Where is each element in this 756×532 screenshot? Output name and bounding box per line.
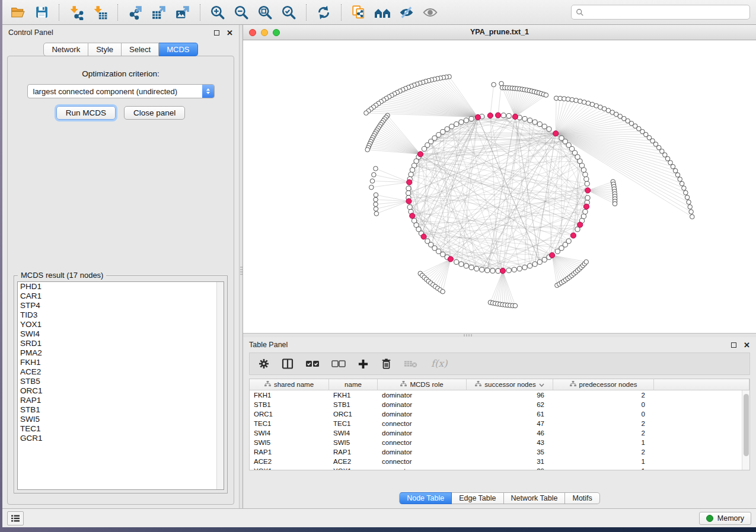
control-panel-title: Control Panel: [8, 28, 53, 37]
network-window-titlebar[interactable]: YPA_prune.txt_1: [243, 25, 756, 40]
memory-status-icon: [706, 515, 713, 522]
column-header-successor-nodes[interactable]: successor nodes: [467, 379, 553, 390]
column-header-MCDS-role[interactable]: MCDS role: [378, 379, 467, 390]
table-row[interactable]: SWI4SWI4dominator462: [250, 428, 742, 438]
table-cell: TEC1: [250, 419, 329, 428]
first-neighbors-icon[interactable]: [373, 3, 392, 22]
import-table-icon[interactable]: [91, 3, 110, 22]
tab-motifs[interactable]: Motifs: [565, 492, 599, 504]
float-panel-icon[interactable]: [214, 30, 219, 36]
table-row[interactable]: YOX1YOX1connector291: [250, 466, 742, 470]
mcds-result-item[interactable]: STB5: [18, 377, 224, 386]
table-row[interactable]: TEC1TEC1connector472: [250, 419, 742, 428]
tab-network[interactable]: Network: [43, 43, 88, 56]
network-from-selection-icon[interactable]: [349, 3, 368, 22]
table-scrollbar[interactable]: [742, 390, 749, 470]
export-image-icon[interactable]: [173, 3, 192, 22]
mcds-result-item[interactable]: STP4: [18, 301, 224, 310]
table-cell: connector: [378, 457, 467, 466]
search-box[interactable]: [571, 5, 750, 20]
memory-button[interactable]: Memory: [699, 512, 751, 525]
table-row[interactable]: RAP1RAP1dominator352: [250, 447, 742, 457]
column-header-predecessor-nodes[interactable]: predecessor nodes: [553, 379, 654, 390]
mcds-result-item[interactable]: YOX1: [18, 320, 224, 329]
close-panel-button[interactable]: Close panel: [124, 106, 185, 120]
mcds-result-item[interactable]: SWI4: [18, 329, 224, 339]
import-network-icon[interactable]: [67, 3, 86, 22]
float-panel-icon[interactable]: [731, 342, 736, 348]
column-visibility-icon[interactable]: [282, 358, 294, 370]
dropdown-stepper-icon: [202, 85, 214, 98]
network-view-canvas[interactable]: [243, 40, 756, 333]
show-all-icon[interactable]: [420, 3, 439, 22]
table-cell: STB1: [250, 400, 329, 409]
table-cell: 62: [467, 400, 553, 409]
mcds-result-scrollbar[interactable]: [216, 282, 224, 489]
mcds-result-list[interactable]: PHD1CAR1STP4TID3YOX1SWI4SRD1PMA2FKH1ACE2…: [17, 281, 224, 490]
node-table: shared namenameMCDS rolesuccessor nodesp…: [249, 379, 750, 470]
table-cell: 0: [553, 400, 654, 409]
mcds-result-item[interactable]: SRD1: [18, 339, 224, 348]
tab-style[interactable]: Style: [88, 43, 122, 56]
status-bar: Memory: [2, 508, 756, 527]
mcds-result-item[interactable]: RAP1: [18, 396, 224, 405]
select-all-rows-icon[interactable]: [305, 359, 320, 368]
table-row[interactable]: FKH1FKH1dominator962: [250, 390, 742, 400]
table-row[interactable]: STB1STB1dominator620: [250, 400, 742, 409]
apply-layout-icon[interactable]: [314, 3, 333, 22]
mcds-result-item[interactable]: PMA2: [18, 348, 224, 358]
delete-columns-icon[interactable]: [381, 358, 392, 370]
close-panel-icon[interactable]: ✕: [227, 29, 233, 37]
save-session-icon[interactable]: [32, 3, 51, 22]
zoom-in-icon[interactable]: [208, 3, 227, 22]
mcds-result-item[interactable]: ORC1: [18, 386, 224, 396]
table-panel-title: Table Panel: [249, 341, 288, 349]
mcds-result-item[interactable]: FKH1: [18, 358, 224, 367]
table-row[interactable]: ORC1ORC1dominator610: [250, 409, 742, 419]
mcds-result-item[interactable]: ACE2: [18, 367, 224, 377]
column-header-shared-name[interactable]: shared name: [250, 379, 329, 390]
table-cell: 2: [553, 390, 654, 400]
criterion-dropdown[interactable]: largest connected component (undirected): [27, 84, 215, 98]
tab-mcds[interactable]: MCDS: [159, 43, 197, 56]
create-column-icon[interactable]: [358, 358, 369, 370]
open-file-icon[interactable]: [8, 3, 27, 22]
tab-node-table[interactable]: Node Table: [399, 492, 452, 504]
zoom-out-icon[interactable]: [232, 3, 251, 22]
close-panel-icon[interactable]: ✕: [744, 341, 750, 349]
column-header-name[interactable]: name: [329, 379, 378, 390]
zoom-selected-icon[interactable]: [279, 3, 298, 22]
table-row[interactable]: SWI5SWI5connector431: [250, 438, 742, 447]
mcds-result-item[interactable]: GCR1: [18, 434, 224, 443]
mcds-result-item[interactable]: TEC1: [18, 424, 224, 434]
table-cell: 47: [467, 419, 553, 428]
mcds-result-item[interactable]: PHD1: [18, 282, 224, 291]
mcds-result-item[interactable]: STB1: [18, 405, 224, 415]
tab-network-table[interactable]: Network Table: [504, 492, 566, 504]
function-builder-icon: f(x): [430, 357, 450, 370]
search-input[interactable]: [587, 8, 745, 17]
table-toolbar: f(x): [249, 352, 750, 375]
hide-selected-icon[interactable]: [397, 3, 416, 22]
main-toolbar: [2, 0, 756, 25]
zoom-fit-icon[interactable]: [256, 3, 275, 22]
vertical-splitter[interactable]: [239, 25, 243, 508]
toolbar-separator: [59, 4, 59, 21]
table-mode-icon[interactable]: [258, 358, 270, 370]
table-row[interactable]: ACE2ACE2connector311: [250, 457, 742, 466]
show-task-history-button[interactable]: [7, 511, 24, 525]
export-table-icon[interactable]: [149, 3, 168, 22]
export-network-icon[interactable]: [126, 3, 145, 22]
tab-select[interactable]: Select: [122, 43, 159, 56]
mcds-result-item[interactable]: SWI5: [18, 415, 224, 424]
mcds-result-item[interactable]: TID3: [18, 310, 224, 320]
table-scrollbar-thumb[interactable]: [744, 394, 749, 456]
mcds-result-item[interactable]: CAR1: [18, 291, 224, 301]
deselect-all-rows-icon[interactable]: [331, 359, 346, 368]
horizontal-splitter[interactable]: [243, 333, 756, 337]
svg-text:f(x): f(x): [431, 358, 448, 369]
table-cell: RAP1: [250, 447, 329, 457]
tab-edge-table[interactable]: Edge Table: [452, 492, 503, 504]
run-mcds-button[interactable]: Run MCDS: [56, 106, 116, 120]
mcds-tab-content: Optimization criterion: largest connecte…: [7, 56, 234, 505]
